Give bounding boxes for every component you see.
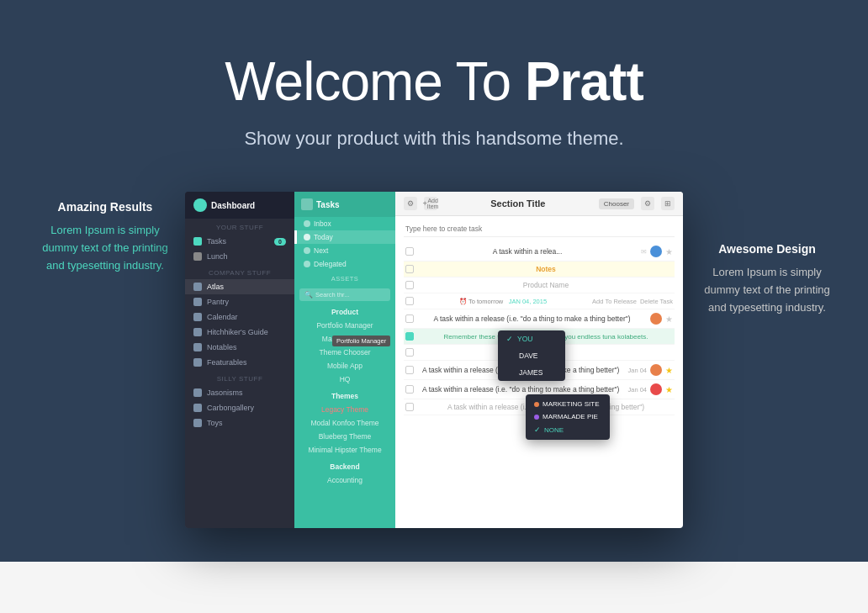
context-marketing-site[interactable]: MARKETING SITE <box>526 398 610 410</box>
task-actions: Add To Release Delete Task <box>592 298 673 305</box>
sidebar-header-label: Dashboard <box>211 201 255 210</box>
task-avatar <box>650 364 662 376</box>
delete-task-btn[interactable]: Delete Task <box>640 298 673 305</box>
sidebar-item-lunch[interactable]: Lunch <box>185 249 294 264</box>
themes-group: Themes Legacy Theme Modal Konfoo Theme B… <box>294 389 395 457</box>
minimal-hipster-item[interactable]: Minimal Hipster Theme <box>294 443 395 457</box>
task-checkbox[interactable] <box>405 385 414 394</box>
user-dropdown[interactable]: ✓ YOU DAVE JAMES <box>498 330 565 381</box>
jasonisms-icon <box>193 388 202 397</box>
task-text: A task within a release (i.e. "do a thin… <box>419 314 645 323</box>
right-panel-title: Awesome Design <box>700 242 834 256</box>
notables-icon <box>193 343 202 351</box>
backend-group: Backend Accounting <box>294 460 395 487</box>
task-delegated[interactable]: Delegated <box>294 257 395 271</box>
check-icon: ✓ <box>506 335 513 343</box>
blueberg-item[interactable]: Blueberg Theme <box>294 430 395 443</box>
star-icon[interactable]: ★ <box>665 247 673 256</box>
hero-subtitle: Show your product with this handsome the… <box>17 128 851 150</box>
task-checkbox[interactable] <box>405 265 414 273</box>
task-checkbox[interactable] <box>405 348 414 357</box>
detail-header: ⚙ + Add Item Section Title Chooser ⚙ ⊞ <box>395 192 683 216</box>
calendar-icon <box>193 313 202 321</box>
context-none[interactable]: ✓ NONE <box>526 423 610 436</box>
sidebar-item-pantry[interactable]: Pantry <box>185 294 294 309</box>
task-checkbox[interactable] <box>405 247 414 256</box>
your-stuff-label: YOUR STUFF <box>185 219 294 234</box>
detail-back-btn[interactable]: ⚙ <box>404 197 417 210</box>
tasks-panel: Tasks Inbox Today Next <box>294 192 395 528</box>
task-checkbox[interactable] <box>405 403 414 411</box>
left-panel: Amazing Results Lorem Ipsum is simply du… <box>17 192 185 274</box>
expand-btn[interactable]: ⊞ <box>661 197 675 210</box>
sidebar-item-notables[interactable]: Notables <box>185 340 294 355</box>
dropdown-item-dave[interactable]: DAVE <box>498 347 565 364</box>
delegated-icon <box>304 261 310 267</box>
tasks-header-label: Tasks <box>316 200 340 209</box>
task-text: A task within a relea... <box>419 247 636 256</box>
tasks-header: Tasks <box>294 192 395 217</box>
modal-konfoo-item[interactable]: Modal Konfoo Theme <box>294 416 395 430</box>
accounting-item[interactable]: Accounting <box>294 473 395 487</box>
content-row: Amazing Results Lorem Ipsum is simply du… <box>17 192 851 528</box>
context-marmalade-pie[interactable]: MARMALADE PIE <box>526 410 610 423</box>
release-context-menu[interactable]: MARKETING SITE MARMALADE PIE ✓ NONE <box>526 394 610 440</box>
task-text: ⏰ To tomorrow JAN 04, 2015 <box>419 297 587 305</box>
task-list: A task within a relea... ✉ ★ Notes <box>395 216 683 420</box>
sidebar-item-jasonisms[interactable]: Jasonisms <box>185 385 294 400</box>
company-stuff-label: COMPANY STUFF <box>185 264 294 279</box>
featurables-icon <box>193 358 202 367</box>
mobile-app-item[interactable]: Mobile App <box>294 359 395 373</box>
right-panel-text: Lorem Ipsum is simply dummy text of the … <box>700 264 834 316</box>
settings-btn[interactable]: ⚙ <box>641 197 654 210</box>
legacy-theme-item[interactable]: Legacy Theme <box>294 403 395 416</box>
star-icon[interactable]: ★ <box>665 385 673 394</box>
chooser-btn[interactable]: Chooser <box>599 198 634 209</box>
task-checkbox[interactable] <box>405 281 414 289</box>
task-checkbox[interactable] <box>405 297 414 305</box>
add-item-btn[interactable]: + Add Item <box>424 197 437 210</box>
task-meta: Jan 04 ★ <box>627 364 673 376</box>
task-next[interactable]: Next <box>294 244 395 257</box>
sidebar-item-calendar[interactable]: Calendar <box>185 309 294 325</box>
create-task-input[interactable] <box>404 221 675 237</box>
sidebar-item-featurables[interactable]: Featurables <box>185 355 294 370</box>
app-sidebar: Dashboard YOUR STUFF Tasks 0 Lunch COMPA… <box>185 192 294 528</box>
hq-item[interactable]: HQ <box>294 373 395 386</box>
dot-icon <box>534 402 539 407</box>
search-icon: 🔍 <box>304 291 313 299</box>
dropdown-item-james[interactable]: JAMES <box>498 364 565 381</box>
dashboard-icon <box>193 198 207 212</box>
sidebar-item-hitchhikers[interactable]: Hitchhiker's Guide <box>185 325 294 340</box>
task-inbox[interactable]: Inbox <box>294 217 395 230</box>
sidebar-item-tasks[interactable]: Tasks 0 <box>185 234 294 249</box>
task-today[interactable]: Today <box>294 230 395 244</box>
task-checkbox[interactable] <box>405 366 414 374</box>
sidebar-item-carbongallery[interactable]: Carbongallery <box>185 400 294 415</box>
sidebar-item-atlas[interactable]: Atlas <box>185 279 294 294</box>
themes-label: Themes <box>294 389 395 403</box>
task-checkbox[interactable] <box>405 332 414 341</box>
task-avatar <box>650 313 662 325</box>
add-to-release-btn[interactable]: Add To Release <box>592 298 637 305</box>
star-icon[interactable]: ★ <box>665 366 673 375</box>
pantry-icon <box>193 298 202 306</box>
lunch-icon <box>193 252 202 261</box>
dot-icon <box>534 415 539 420</box>
theme-chooser-item[interactable]: Theme Chooser <box>294 346 395 359</box>
app-screenshot: Dashboard YOUR STUFF Tasks 0 Lunch COMPA… <box>185 192 683 528</box>
product-label: Product <box>294 305 395 319</box>
inbox-icon <box>304 220 310 227</box>
left-panel-title: Amazing Results <box>42 200 168 214</box>
dropdown-item-you[interactable]: ✓ YOU <box>498 330 565 347</box>
star-icon[interactable]: ★ <box>665 314 673 324</box>
task-text: Product Name <box>419 281 673 289</box>
task-text: A task within a release (i.e. "do a thin… <box>419 385 622 394</box>
check-icon: ✓ <box>534 425 541 434</box>
search-bar[interactable]: 🔍 Search thr... <box>299 288 390 301</box>
portfolio-manager-item[interactable]: Portfolio Manager <box>294 319 395 332</box>
task-checkbox[interactable] <box>405 314 414 323</box>
sidebar-item-toys[interactable]: Toys <box>185 415 294 431</box>
backend-label: Backend <box>294 460 395 473</box>
next-icon <box>304 247 310 254</box>
